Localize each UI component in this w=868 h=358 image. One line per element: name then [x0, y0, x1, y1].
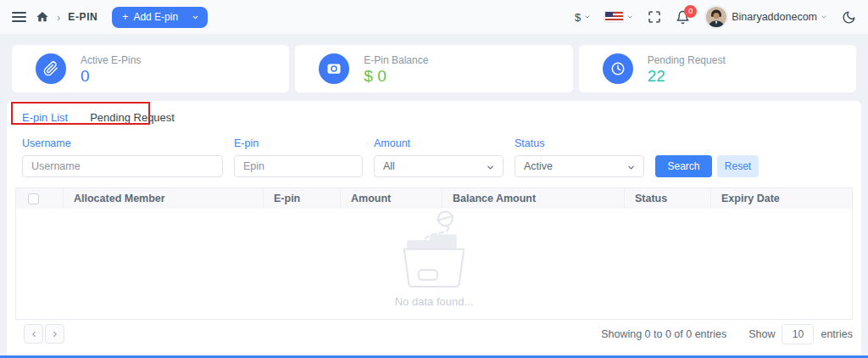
table-empty-state: No data found... [16, 209, 852, 319]
column-epin: E-pin [264, 188, 341, 209]
chevron-down-icon [486, 163, 495, 172]
select-all-checkbox[interactable] [28, 193, 39, 204]
status-label: Status [515, 137, 644, 149]
chevron-down-icon [584, 14, 591, 20]
breadcrumb-separator-icon: › [57, 11, 60, 24]
notification-badge: 0 [684, 5, 697, 18]
fullscreen-icon[interactable] [648, 10, 661, 24]
column-amount: Amount [341, 188, 442, 209]
language-dropdown[interactable] [605, 12, 633, 22]
chevron-down-icon [821, 14, 827, 20]
banknote-icon [319, 53, 349, 84]
plus-icon: + [122, 11, 128, 23]
prev-page-button[interactable] [24, 324, 43, 344]
dark-mode-moon-icon[interactable] [842, 10, 856, 25]
epin-label: E-pin [234, 137, 363, 149]
stat-card-pending-request: Pending Request 22 [579, 45, 856, 92]
empty-message: No data found... [395, 295, 474, 308]
stat-value: $ 0 [364, 68, 428, 84]
show-label: Show [748, 328, 775, 340]
currency-label: $ [575, 11, 581, 24]
tab-pending-request[interactable]: Pending Request [90, 111, 175, 124]
tab-epin-list[interactable]: E-pin List [22, 111, 68, 124]
reset-button[interactable]: Reset [717, 155, 759, 177]
chevron-down-icon [626, 163, 636, 172]
menu-toggle-icon[interactable] [12, 12, 26, 22]
add-epin-label: Add E-pin [133, 11, 178, 23]
stat-card-active-epins: Active E-Pins 0 [12, 45, 289, 92]
username-input[interactable] [22, 155, 223, 177]
page-size-input[interactable] [782, 324, 814, 344]
chevron-left-icon [30, 330, 38, 338]
entries-label: entries [821, 328, 853, 340]
stat-label: E-Pin Balance [364, 54, 428, 66]
empty-folder-icon [384, 209, 484, 297]
column-allocated-member: Allocated Member [64, 188, 264, 209]
column-balance-amount: Balance Amount [442, 188, 625, 209]
tab-bar: E-pin List Pending Request [22, 111, 175, 134]
entries-summary: Showing 0 to 0 of 0 entries [601, 328, 726, 340]
user-name: Binaryaddonecom [732, 11, 817, 23]
home-icon[interactable] [36, 10, 49, 24]
stat-label: Pending Request [648, 54, 726, 66]
us-flag-icon [605, 12, 623, 22]
amount-label: Amount [374, 137, 504, 149]
avatar [706, 7, 726, 27]
table-header: Allocated Member E-pin Amount Balance Am… [16, 188, 852, 209]
epin-table: Allocated Member E-pin Amount Balance Am… [15, 187, 853, 320]
paperclip-icon [36, 53, 66, 84]
clock-icon [603, 53, 633, 84]
chevron-down-icon [626, 14, 633, 20]
filter-bar: Username E-pin Amount All Status Active … [22, 137, 853, 177]
table-footer: Showing 0 to 0 of 0 entries Show entries [15, 324, 853, 344]
stat-value: 22 [648, 68, 726, 84]
add-epin-button[interactable]: + Add E-pin [112, 7, 208, 28]
chevron-down-icon [192, 14, 199, 21]
chevron-right-icon [51, 330, 59, 338]
amount-select[interactable]: All [374, 155, 504, 177]
add-epin-dropdown-toggle[interactable] [185, 14, 208, 21]
column-status: Status [625, 188, 711, 209]
column-expiry-date: Expiry Date [711, 188, 852, 209]
username-label: Username [22, 137, 223, 149]
status-select[interactable]: Active [515, 155, 644, 177]
user-menu[interactable]: Binaryaddonecom [704, 5, 827, 29]
stat-card-epin-balance: E-Pin Balance $ 0 [295, 45, 572, 92]
stat-value: 0 [81, 68, 141, 84]
next-page-button[interactable] [45, 324, 64, 344]
pagination [24, 324, 64, 344]
stat-label: Active E-Pins [81, 54, 141, 66]
epin-panel: E-pin List Pending Request Username E-pi… [7, 101, 861, 358]
top-navbar: › E-PIN + Add E-pin $ 0 [0, 0, 868, 34]
currency-dropdown[interactable]: $ [575, 11, 591, 24]
notifications-bell-icon[interactable]: 0 [676, 10, 690, 25]
epin-input[interactable] [234, 155, 363, 177]
search-button[interactable]: Search [655, 155, 712, 177]
breadcrumb: E-PIN [68, 11, 97, 23]
stat-cards-row: Active E-Pins 0 E-Pin Balance $ 0 Pendin… [12, 45, 856, 92]
